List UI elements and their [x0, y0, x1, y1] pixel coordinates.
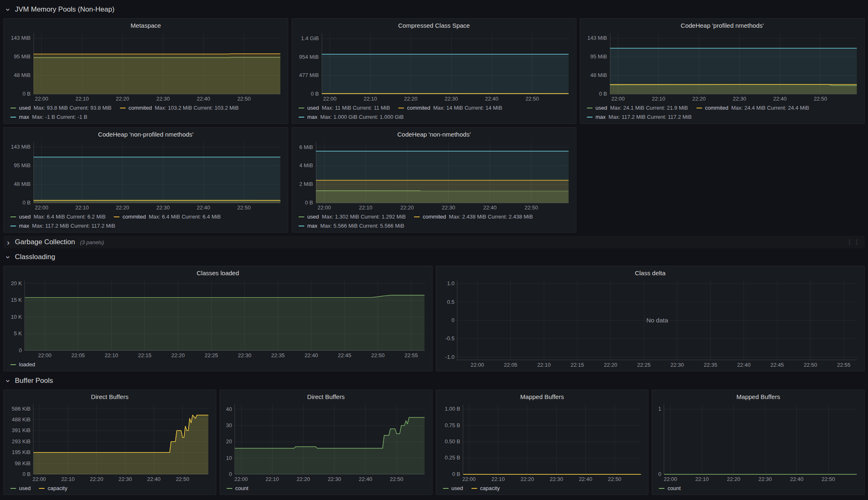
chart-area[interactable]: 0122:0022:1022:2022:3022:4022:50 — [655, 401, 861, 483]
time-series-chart[interactable]: 0 B0.25 B0.50 B0.75 B1.00 B22:0022:1022:… — [440, 401, 645, 483]
legend-item-used[interactable]: usedMax: 1.302 MiB Current: 1.292 MiB — [299, 213, 406, 221]
legend-stats: Max: 6.4 MiB Current: 6.4 MiB — [149, 213, 221, 221]
legend-label: used — [595, 104, 607, 112]
y-tick-label: 0 B — [311, 91, 319, 97]
y-tick-label: 143 MiB — [587, 35, 607, 41]
panel-title[interactable]: Mapped Buffers — [655, 391, 861, 401]
legend-item-max[interactable]: maxMax: -1 B Current: -1 B — [10, 113, 87, 121]
chevron-down-icon: › — [5, 377, 12, 385]
legend-label: commited — [705, 104, 728, 112]
chart-area[interactable]: 0 B48 MiB95 MiB143 MiB22:0022:1022:2022:… — [583, 30, 861, 103]
time-series-chart[interactable]: 05 K10 K15 K20 K22:0022:0522:1022:1522:2… — [7, 277, 429, 360]
legend-item-count[interactable]: count — [659, 484, 681, 492]
legend-marker-icon — [299, 226, 304, 226]
row-classloading: Classes loaded05 K10 K15 K20 K22:0022:05… — [3, 266, 865, 371]
chart-area[interactable]: 0 B48 MiB95 MiB143 MiB22:0022:1022:2022:… — [7, 139, 285, 212]
legend-item-commited[interactable]: commitedMax: 14 MiB Current: 14 MiB — [398, 104, 502, 112]
x-tick-label: 22:50 — [525, 204, 538, 211]
x-axis-labels: 22:0022:0522:1022:1522:2022:2522:3022:35… — [471, 362, 850, 368]
y-tick-label: 40 — [226, 406, 232, 412]
x-tick-label: 22:10 — [696, 476, 709, 482]
time-series-chart[interactable]: 0 B48 MiB95 MiB143 MiB22:0022:1022:2022:… — [583, 30, 861, 103]
x-tick-label: 22:20 — [692, 96, 706, 102]
time-series-chart[interactable]: -1.0-0.500.51.022:0022:0522:1022:1522:20… — [440, 277, 861, 369]
x-axis-labels: 22:0022:0522:1022:1522:2022:2522:3022:35… — [38, 352, 418, 358]
legend-item-capacity[interactable]: capacity — [39, 484, 67, 492]
section-header-jvm-memory-pools[interactable]: › JVM Memory Pools (Non-Heap) — [3, 3, 865, 16]
grafana-dashboard: › JVM Memory Pools (Non-Heap) Metaspace0… — [0, 0, 868, 500]
series-capacity — [33, 415, 208, 474]
legend-item-max[interactable]: maxMax: 5.566 MiB Current: 5.566 MiB — [299, 222, 404, 230]
panel-title[interactable]: Class delta — [440, 267, 861, 277]
chart-area[interactable]: 0 B48 MiB95 MiB143 MiB22:0022:1022:2022:… — [7, 30, 285, 103]
legend-item-used[interactable]: usedMax: 6.4 MiB Current: 6.2 MiB — [10, 213, 105, 221]
legend-item-used[interactable]: usedMax: 93.8 MiB Current: 93.8 MiB — [10, 104, 112, 112]
y-tick-label: 477 MiB — [299, 72, 319, 78]
legend: count — [223, 483, 429, 493]
y-tick-label: 0 B — [22, 471, 31, 477]
panel-title[interactable]: CodeHeap 'non-nmethods' — [295, 128, 573, 139]
legend-label: capacity — [48, 484, 67, 492]
time-series-chart[interactable]: 0 B98 KiB195 KiB293 KiB391 KiB488 KiB586… — [7, 401, 213, 483]
chart-area[interactable]: 0 B98 KiB195 KiB293 KiB391 KiB488 KiB586… — [7, 401, 213, 483]
x-tick-label: 22:30 — [156, 204, 170, 211]
panel-title[interactable]: Direct Buffers — [7, 391, 213, 401]
chart-area[interactable]: 0 B0.25 B0.50 B0.75 B1.00 B22:0022:1022:… — [440, 401, 645, 483]
chart-area[interactable]: -1.0-0.500.51.022:0022:0522:1022:1522:20… — [440, 277, 861, 369]
panel-title[interactable]: Direct Buffers — [223, 391, 429, 401]
legend-label: commited — [407, 104, 430, 112]
series-commited — [610, 84, 857, 94]
legend-item-max[interactable]: maxMax: 117.2 MiB Current: 117.2 MiB — [10, 222, 115, 230]
time-series-chart[interactable]: 0 B477 MiB954 MiB1.4 GiB22:0022:1022:202… — [295, 30, 573, 103]
time-series-chart[interactable]: 0 B48 MiB95 MiB143 MiB22:0022:1022:2022:… — [7, 30, 285, 103]
panel-title[interactable]: CodeHeap 'non-profiled nmethods' — [7, 128, 285, 139]
legend-item-max[interactable]: maxMax: 117.2 MiB Current: 117.2 MiB — [587, 113, 692, 121]
legend-item-loaded[interactable]: loaded — [10, 361, 35, 368]
panel-title[interactable]: CodeHeap 'profiled nmethods' — [583, 19, 861, 30]
panel-title[interactable]: Metaspace — [7, 19, 285, 30]
legend-label: capacity — [480, 484, 500, 492]
legend-item-used[interactable]: used — [443, 484, 463, 492]
panel-compressed-class-space: Compressed Class Space0 B477 MiB954 MiB1… — [292, 18, 576, 124]
series-fill — [610, 84, 857, 94]
section-header-garbage-collection[interactable]: › Garbage Collection (3 panels) ⋮⋮ — [3, 236, 865, 248]
legend-item-used[interactable]: usedMax: 24.1 MiB Current: 21.9 MiB — [587, 104, 688, 112]
chart-area[interactable]: 0 B477 MiB954 MiB1.4 GiB22:0022:1022:202… — [295, 30, 573, 103]
x-tick-label: 22:40 — [483, 204, 497, 211]
legend-stats: Max: 6.4 MiB Current: 6.2 MiB — [33, 213, 105, 221]
panel-title[interactable]: Compressed Class Space — [295, 19, 573, 30]
legend-item-commited[interactable]: commitedMax: 2.438 MiB Current: 2.438 Mi… — [414, 213, 533, 221]
legend-item-max[interactable]: maxMax: 1.000 GiB Current: 1.000 GiB — [299, 113, 404, 121]
y-tick-label: 98 KiB — [15, 460, 31, 466]
time-series-chart[interactable]: 0122:0022:1022:2022:3022:4022:50 — [655, 401, 861, 483]
section-header-classloading[interactable]: › Classloading — [3, 251, 865, 263]
legend-marker-icon — [398, 108, 404, 108]
panel-title[interactable]: Classes loaded — [7, 267, 429, 277]
chart-area[interactable]: 01020304022:0022:1022:2022:3022:4022:50 — [223, 401, 429, 483]
drag-handle-icon[interactable]: ⋮⋮ — [846, 238, 861, 246]
time-series-chart[interactable]: 01020304022:0022:1022:2022:3022:4022:50 — [223, 401, 429, 483]
empty-grid-slot — [580, 127, 865, 233]
x-tick-label: 22:40 — [790, 476, 804, 482]
legend-item-commited[interactable]: commitedMax: 24.4 MiB Current: 24.4 MiB — [696, 104, 809, 112]
y-tick-label: 143 MiB — [11, 144, 31, 150]
legend-item-commited[interactable]: commitedMax: 6.4 MiB Current: 6.4 MiB — [114, 213, 220, 221]
section-header-buffer-pools[interactable]: › Buffer Pools — [3, 375, 865, 387]
y-tick-label: 0.50 B — [445, 438, 460, 445]
legend-item-commited[interactable]: commitedMax: 103.2 MiB Current: 103.2 Mi… — [120, 104, 239, 112]
legend-item-capacity[interactable]: capacity — [471, 484, 500, 492]
chart-area[interactable]: 0 B2 MiB4 MiB6 MiB22:0022:1022:2022:3022… — [295, 139, 573, 212]
legend-item-used[interactable]: used — [10, 484, 31, 492]
time-series-chart[interactable]: 0 B48 MiB95 MiB143 MiB22:0022:1022:2022:… — [7, 139, 285, 212]
chart-area[interactable]: 05 K10 K15 K20 K22:0022:0522:1022:1522:2… — [7, 277, 429, 360]
y-axis-labels: 05 K10 K15 K20 K — [11, 280, 22, 353]
legend-item-used[interactable]: usedMax: 11 MiB Current: 11 MiB — [299, 104, 390, 112]
x-tick-label: 22:20 — [171, 352, 185, 358]
time-series-chart[interactable]: 0 B2 MiB4 MiB6 MiB22:0022:1022:2022:3022… — [295, 139, 573, 212]
x-tick-label: 22:20 — [520, 476, 534, 482]
panel-title[interactable]: Mapped Buffers — [440, 391, 645, 401]
legend-item-count[interactable]: count — [227, 484, 249, 492]
legend-marker-icon — [471, 488, 477, 489]
x-tick-label: 22:00 — [234, 476, 248, 482]
x-tick-label: 22:40 — [773, 96, 787, 102]
